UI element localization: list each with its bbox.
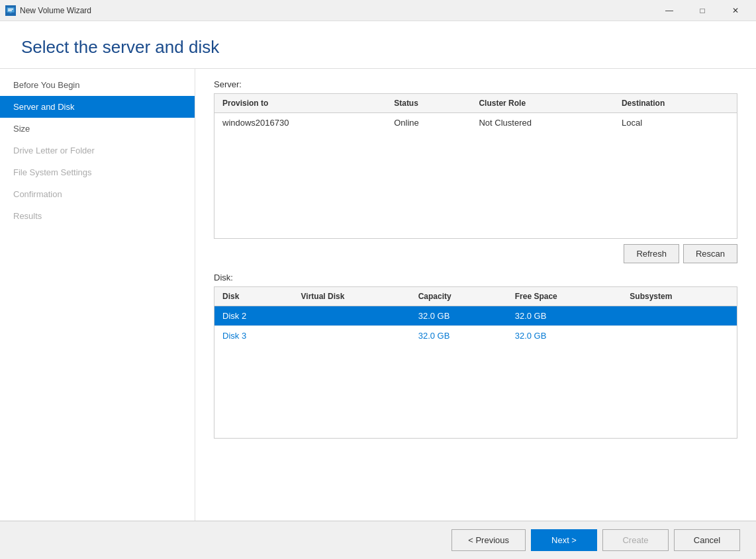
server-cluster-role: Not Clustered [471,113,614,133]
sidebar-item-size[interactable]: Size [0,118,195,140]
disk-free-space: 32.0 GB [507,306,622,326]
disk-name: Disk 2 [214,306,293,326]
svg-rect-4 [10,13,12,13]
disk-capacity: 32.0 GB [410,306,507,326]
close-button[interactable]: ✕ [720,3,751,19]
svg-rect-2 [8,10,12,11]
sidebar-item-file-system-settings: File System Settings [0,161,195,183]
app-icon [5,5,16,16]
sidebar-item-before-you-begin[interactable]: Before You Begin [0,74,195,96]
sidebar-item-server-and-disk[interactable]: Server and Disk [0,96,195,118]
disk-table-wrapper: Disk Virtual Disk Capacity Free Space Su… [214,286,737,439]
table-row[interactable]: Disk 3 32.0 GB 32.0 GB [214,326,737,346]
disk-subsystem [622,306,737,326]
main-panel: Server: Provision to Status Cluster Role… [195,69,756,521]
disk-col-disk: Disk [214,287,293,306]
content-area: Before You Begin Server and Disk Size Dr… [0,69,756,521]
rescan-button[interactable]: Rescan [683,244,737,263]
server-provision-to: windows2016730 [214,113,386,133]
server-label: Server: [214,79,737,89]
page-title: Select the server and disk [21,37,735,58]
titlebar: New Volume Wizard — □ ✕ [0,0,756,21]
sidebar-item-results: Results [0,205,195,227]
svg-rect-3 [9,13,13,14]
server-col-status: Status [386,94,471,113]
disk-name: Disk 3 [214,326,293,346]
next-button[interactable]: Next > [531,529,597,551]
footer: < Previous Next > Create Cancel [0,521,756,559]
sidebar-item-drive-letter-or-folder: Drive Letter or Folder [0,140,195,161]
server-section: Server: Provision to Status Cluster Role… [214,79,737,239]
disk-col-capacity: Capacity [410,287,507,306]
refresh-button[interactable]: Refresh [624,244,679,263]
disk-virtual-disk [293,326,410,346]
server-destination: Local [614,113,737,133]
disk-subsystem [622,326,737,346]
server-status: Online [386,113,471,133]
svg-rect-0 [7,7,15,13]
minimize-button[interactable]: — [654,3,685,19]
sidebar-item-confirmation: Confirmation [0,183,195,205]
disk-col-free-space: Free Space [507,287,622,306]
page-header: Select the server and disk [0,21,756,68]
disk-table-header: Disk Virtual Disk Capacity Free Space Su… [214,287,737,306]
disk-table: Disk Virtual Disk Capacity Free Space Su… [214,287,737,345]
server-table-header: Provision to Status Cluster Role Destina… [214,94,737,113]
main-window: Select the server and disk Before You Be… [0,21,756,559]
disk-capacity: 32.0 GB [410,326,507,346]
titlebar-controls: — □ ✕ [654,3,751,19]
sidebar: Before You Begin Server and Disk Size Dr… [0,69,195,521]
disk-label: Disk: [214,273,737,282]
previous-button[interactable]: < Previous [451,529,526,551]
server-table: Provision to Status Cluster Role Destina… [214,94,737,132]
maximize-button[interactable]: □ [687,3,718,19]
server-col-provision-to: Provision to [214,94,386,113]
server-col-destination: Destination [614,94,737,113]
server-action-buttons: Refresh Rescan [214,244,737,263]
table-row[interactable]: windows2016730 Online Not Clustered Loca… [214,113,737,133]
server-table-wrapper: Provision to Status Cluster Role Destina… [214,93,737,239]
disk-col-subsystem: Subsystem [622,287,737,306]
disk-section: Disk: Disk Virtual Disk Capacity Free Sp… [214,273,737,439]
table-row[interactable]: Disk 2 32.0 GB 32.0 GB [214,306,737,326]
svg-rect-1 [8,9,13,10]
create-button: Create [602,529,669,551]
disk-free-space: 32.0 GB [507,326,622,346]
cancel-button[interactable]: Cancel [674,529,740,551]
disk-col-virtual-disk: Virtual Disk [293,287,410,306]
disk-virtual-disk [293,306,410,326]
titlebar-title: New Volume Wizard [20,6,654,15]
server-col-cluster-role: Cluster Role [471,94,614,113]
